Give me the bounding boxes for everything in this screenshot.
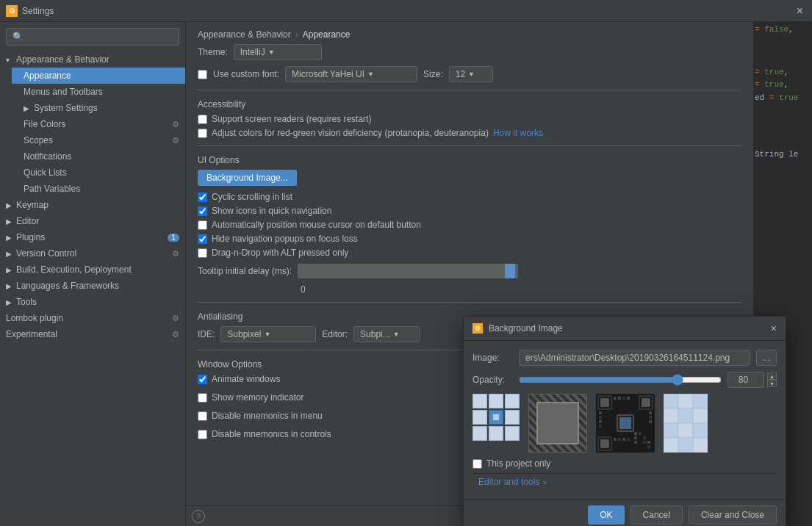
opacity-row: Opacity: ▲ ▼ (473, 372, 777, 388)
hide-nav-label: Hide navigation popups on focus loss (212, 234, 358, 244)
image-label: Image: (473, 353, 513, 363)
cancel-button[interactable]: Cancel (630, 505, 683, 525)
dialog-title-bar: ⚙ Background Image × (464, 317, 786, 341)
image-thumb-inner (536, 402, 579, 444)
tooltip-slider-handle[interactable] (505, 264, 515, 278)
sidebar-item-menus-toolbars[interactable]: Menus and Toolbars (12, 84, 185, 100)
close-button[interactable]: × (794, 4, 806, 18)
pos-middle-right[interactable] (505, 410, 520, 425)
drag-drop-label: Drag-n-Drop with ALT pressed only (212, 248, 348, 258)
sidebar-group-plugins[interactable]: ▶ Plugins 1 (0, 229, 185, 245)
dialog-icon: ⚙ (473, 323, 483, 334)
opacity-input[interactable] (727, 372, 764, 388)
sidebar-group-label: Tools (16, 297, 37, 307)
hide-nav-checkbox[interactable] (198, 234, 207, 244)
svg-rect-28 (618, 438, 621, 441)
svg-rect-46 (664, 423, 678, 438)
expand-icon: ▶ (6, 250, 13, 257)
ide-label: IDE: (198, 329, 215, 339)
sidebar-group-keymap[interactable]: ▶ Keymap (0, 197, 185, 213)
app-window: ⚙ Settings × ▾ Appearance & Behavior App… (0, 0, 812, 526)
pos-bottom-left[interactable] (473, 426, 487, 441)
animate-windows-checkbox[interactable] (198, 375, 207, 384)
theme-dropdown[interactable]: IntelliJ ▼ (234, 44, 322, 60)
sidebar-group-appearance-behavior[interactable]: ▾ Appearance & Behavior (0, 51, 185, 68)
ok-button[interactable]: OK (588, 505, 624, 525)
how-it-works-link[interactable]: How it works (493, 128, 543, 138)
custom-font-row: Use custom font: Microsoft YaHei UI ▼ Si… (198, 66, 741, 82)
sidebar-item-label: Notifications (24, 151, 71, 162)
accessibility-title: Accessibility (198, 99, 741, 109)
support-readers-checkbox[interactable] (198, 115, 207, 124)
custom-font-checkbox[interactable] (198, 70, 207, 79)
opacity-slider[interactable] (519, 374, 722, 386)
opacity-down-button[interactable]: ▼ (767, 380, 777, 387)
sidebar-item-system-settings[interactable]: ▶ System Settings (12, 100, 185, 116)
sidebar-group-experimental[interactable]: Experimental ⚙ (0, 326, 185, 342)
sidebar-item-path-variables[interactable]: Path Variables (12, 181, 185, 197)
disable-mnemonics-controls-row: Disable mnemonics in controls (198, 429, 464, 439)
pos-bottom-right[interactable] (505, 426, 520, 441)
disable-mnemonics-controls-checkbox[interactable] (198, 430, 207, 439)
svg-rect-32 (639, 432, 642, 435)
sidebar-group-lombok[interactable]: Lombok plugin ⚙ (0, 310, 185, 326)
opacity-up-button[interactable]: ▲ (767, 372, 777, 380)
adjust-colors-checkbox[interactable] (198, 129, 207, 138)
show-memory-checkbox[interactable] (198, 393, 207, 403)
size-value: 12 (456, 69, 465, 79)
svg-rect-45 (693, 408, 708, 423)
cyclic-scrolling-checkbox[interactable] (198, 192, 207, 202)
config-icon: ⚙ (172, 249, 179, 259)
sidebar-item-file-colors[interactable]: File Colors ⚙ (12, 116, 185, 132)
ide-dropdown[interactable]: Subpixel ▼ (220, 326, 316, 342)
sidebar-group-label: Experimental (6, 329, 57, 339)
svg-rect-20 (599, 411, 602, 414)
show-memory-row: Show memory indicator (198, 392, 464, 403)
dialog-close-button[interactable]: × (771, 323, 777, 334)
image-path-input[interactable] (519, 350, 750, 366)
animate-windows-row: Animate windows (198, 374, 464, 384)
pos-top-right[interactable] (505, 394, 520, 408)
help-icon[interactable]: ? (192, 510, 205, 523)
chevron-down-icon: ▼ (468, 71, 475, 78)
pos-middle-left[interactable] (473, 410, 487, 425)
center-indicator (492, 414, 500, 421)
pos-middle-center[interactable] (489, 410, 503, 425)
sidebar-item-scopes[interactable]: Scopes ⚙ (12, 132, 185, 148)
clear-close-button[interactable]: Clear and Close (689, 505, 777, 525)
sidebar-group-label: Appearance & Behavior (16, 54, 109, 65)
sidebar-item-label: Appearance (24, 71, 71, 81)
pos-top-left[interactable] (473, 394, 487, 408)
sidebar-group-build[interactable]: ▶ Build, Execution, Deployment (0, 262, 185, 278)
pos-top-center[interactable] (489, 394, 503, 408)
editor-tools-bar[interactable]: Editor and tools » (473, 473, 777, 490)
editor-dropdown[interactable]: Subpi... ▼ (353, 326, 420, 342)
svg-rect-44 (678, 408, 693, 423)
svg-rect-30 (627, 438, 630, 441)
disable-mnemonics-menu-label: Disable mnemonics in menu (212, 411, 323, 421)
sidebar-item-notifications[interactable]: Notifications (12, 148, 185, 165)
this-project-checkbox[interactable] (473, 459, 482, 469)
browse-button[interactable]: ... (756, 350, 777, 366)
background-image-button[interactable]: Background Image... (198, 170, 297, 186)
drag-drop-checkbox[interactable] (198, 248, 207, 258)
sidebar-group-editor[interactable]: ▶ Editor (0, 213, 185, 229)
svg-rect-15 (619, 417, 631, 429)
sidebar-group-languages[interactable]: ▶ Languages & Frameworks (0, 278, 185, 294)
sidebar-group-tools[interactable]: ▶ Tools (0, 294, 185, 310)
svg-rect-21 (599, 416, 602, 419)
svg-rect-37 (647, 441, 650, 444)
disable-mnemonics-menu-checkbox[interactable] (198, 411, 207, 421)
sidebar-item-quick-lists[interactable]: Quick Lists (12, 165, 185, 181)
sidebar-item-label: Quick Lists (24, 167, 67, 178)
sidebar-group-version-control[interactable]: ▶ Version Control ⚙ (0, 245, 185, 262)
search-input[interactable] (6, 28, 179, 46)
show-icons-checkbox[interactable] (198, 206, 207, 216)
svg-rect-12 (600, 439, 609, 448)
auto-position-checkbox[interactable] (198, 220, 207, 230)
font-dropdown[interactable]: Microsoft YaHei UI ▼ (285, 66, 417, 82)
support-readers-label: Support screen readers (requires restart… (212, 114, 371, 124)
pos-bottom-center[interactable] (489, 426, 503, 441)
sidebar-item-appearance[interactable]: Appearance (12, 68, 185, 84)
size-dropdown[interactable]: 12 ▼ (449, 66, 493, 82)
